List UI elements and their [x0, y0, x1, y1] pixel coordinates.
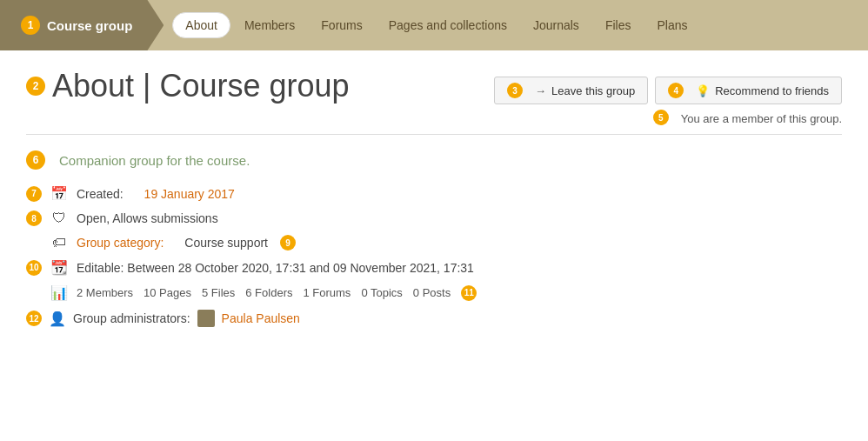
stat-folders: 6 Folders	[245, 286, 292, 299]
group-description: Companion group for the course.	[59, 153, 250, 168]
group-category-label: Group category:	[77, 236, 164, 250]
stat-pages: 10 Pages	[144, 286, 191, 299]
action-buttons: 3 → Leave this group 4 💡 Recommend to fr…	[494, 77, 842, 125]
group-title-nav: 1 Course group	[0, 0, 164, 50]
shield-icon: 🛡	[50, 210, 68, 226]
avatar	[197, 310, 215, 327]
admin-label: Group administrators:	[73, 311, 190, 325]
created-item: 7 📅 Created: 19 January 2017	[26, 185, 842, 202]
stat-forums: 1 Forums	[303, 286, 351, 299]
lightbulb-icon: 💡	[696, 84, 710, 97]
stat-posts: 0 Posts	[413, 286, 451, 299]
badge-1: 1	[21, 16, 40, 35]
created-icon: 📅	[50, 185, 68, 202]
created-label: Created:	[77, 187, 124, 201]
badge-8: 8	[26, 210, 42, 226]
recommend-button-label: Recommend to friends	[715, 84, 829, 97]
group-title-label: Course group	[47, 18, 132, 33]
open-status-item: 8 🛡 Open, Allows submissions	[26, 210, 842, 226]
heading-divider	[26, 134, 842, 135]
badge-3: 3	[507, 83, 523, 98]
top-navigation: 1 Course group About Members Forums Page…	[0, 0, 868, 50]
calendar-icon: 📆	[50, 259, 68, 276]
member-status-row: 5 You are a member of this group.	[653, 110, 842, 125]
admin-name-link[interactable]: Paula Paulsen	[222, 311, 300, 325]
category-item: 🏷 Group category: Course support 9	[26, 235, 842, 251]
nav-link-forums[interactable]: Forums	[309, 13, 374, 37]
badge-4: 4	[668, 83, 684, 98]
nav-link-about[interactable]: About	[172, 12, 230, 38]
heading-row: 2 About | Course group 3 → Leave this gr…	[26, 68, 842, 125]
tag-icon: 🏷	[50, 235, 68, 251]
nav-link-journals[interactable]: Journals	[521, 13, 591, 37]
stat-members: 2 Members	[77, 286, 133, 299]
nav-link-files[interactable]: Files	[593, 13, 644, 37]
badge-9: 9	[280, 235, 296, 251]
page-heading: 2 About | Course group	[26, 68, 350, 104]
nav-link-members[interactable]: Members	[232, 13, 307, 37]
page-title: About | Course group	[52, 68, 350, 104]
badge-12: 12	[26, 311, 42, 326]
stat-topics: 0 Topics	[361, 286, 402, 299]
action-row: 3 → Leave this group 4 💡 Recommend to fr…	[494, 77, 842, 104]
editable-text: Editable: Between 28 October 2020, 17:31…	[77, 261, 474, 275]
nav-links-container: About Members Forums Pages and collectio…	[164, 0, 708, 50]
stats-row: 2 Members 10 Pages 5 Files 6 Folders 1 F…	[77, 285, 484, 301]
stat-files: 5 Files	[202, 286, 235, 299]
badge-7: 7	[26, 186, 42, 202]
nav-link-plans[interactable]: Plans	[644, 13, 699, 37]
person-icon: 👤	[49, 311, 66, 327]
badge-10: 10	[26, 260, 42, 276]
leave-button-label: Leave this group	[551, 84, 635, 97]
info-list: 7 📅 Created: 19 January 2017 8 🛡 Open, A…	[26, 185, 842, 327]
admin-item: 12 👤 Group administrators: Paula Paulsen	[26, 310, 842, 327]
stats-item: 11 📊 2 Members 10 Pages 5 Files 6 Folder…	[26, 284, 842, 301]
open-status-text: Open, Allows submissions	[77, 211, 218, 225]
created-date: 19 January 2017	[144, 187, 235, 201]
description-row: 6 Companion group for the course.	[26, 150, 842, 170]
editable-item: 10 📆 Editable: Between 28 October 2020, …	[26, 259, 842, 276]
badge-5: 5	[653, 110, 669, 125]
member-status: You are a member of this group.	[681, 112, 842, 125]
chart-icon: 📊	[50, 284, 68, 301]
leave-group-button[interactable]: 3 → Leave this group	[494, 77, 648, 104]
nav-link-pages[interactable]: Pages and collections	[377, 13, 519, 37]
badge-11: 11	[461, 285, 477, 301]
badge-6: 6	[26, 150, 45, 170]
main-content: 2 About | Course group 3 → Leave this gr…	[0, 50, 868, 353]
recommend-button[interactable]: 4 💡 Recommend to friends	[655, 77, 842, 104]
leave-arrow-icon: →	[535, 84, 546, 97]
group-category: Course support	[184, 236, 268, 250]
badge-2: 2	[26, 77, 45, 96]
